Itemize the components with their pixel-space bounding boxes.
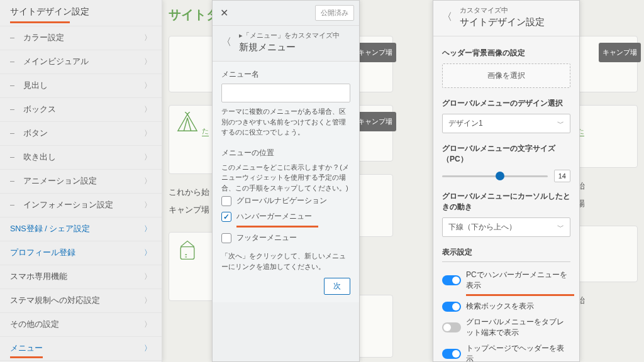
back-icon[interactable]: 〈 (440, 11, 455, 24)
checkbox-icon[interactable] (221, 212, 231, 222)
panel-title: サイトデザイン設定 (460, 16, 545, 28)
toggle-switch[interactable] (442, 275, 461, 285)
chevron-down-icon: ﹀ (557, 119, 564, 128)
customizer-site-design-panel: 〈 カスタマイズ中 サイトデザイン設定 ヘッダー背景画像の設定 画像を選択 グロ… (433, 0, 580, 362)
font-size-slider[interactable]: 14 (442, 170, 570, 182)
breadcrumb: カスタマイズ中 (460, 6, 545, 15)
panel-title: サイトデザイン設定 (0, 0, 162, 21)
field-label: ヘッダー背景画像の設定 (442, 48, 570, 58)
breadcrumb: ▸「メニュー」をカスタマイズ中 (239, 31, 340, 40)
toggle-label: グローバルメニューをタブレット端末で表示 (466, 317, 570, 338)
section-title: 表示設定 (442, 247, 570, 262)
sidebar-item-profile[interactable]: プロフィール登録〉 (0, 241, 162, 265)
sidebar-item-sns[interactable]: SNS登録 / シェア設定〉 (0, 217, 162, 241)
next-button[interactable]: 次 (324, 278, 350, 295)
toggle-switch[interactable] (442, 302, 461, 312)
sidebar-sub-item[interactable]: –インフォメーション設定〉 (0, 193, 162, 217)
sidebar-item-other[interactable]: その他の設定〉 (0, 312, 162, 336)
publish-status-button[interactable]: 公開済み (315, 5, 354, 21)
field-label: メニューの位置 (221, 148, 350, 158)
checkbox-global-nav[interactable]: グローバルナビゲーション (221, 193, 350, 209)
highlight-underline (10, 21, 70, 23)
help-text: テーマに複数のメニューがある場合、区別のつきやすい名前をつけておくと管理するのに… (221, 106, 350, 138)
toggle-row[interactable]: トップページでヘッダーを表示 (442, 341, 570, 362)
design-select[interactable]: デザイン1 ﹀ (442, 114, 570, 133)
toggle-label: 検索ボックスを表示 (466, 301, 534, 312)
toggle-label: トップページでヘッダーを表示 (466, 343, 570, 362)
back-icon[interactable]: 〈 (219, 36, 234, 49)
field-label: グローバルメニューのデザイン選択 (442, 98, 570, 109)
checkbox-icon[interactable] (221, 196, 231, 206)
select-image-button[interactable]: 画像を選択 (442, 63, 570, 88)
chevron-down-icon: ﹀ (557, 222, 564, 232)
highlight-underline (466, 294, 574, 296)
sidebar-sub-item[interactable]: –アニメーション設定〉 (0, 169, 162, 193)
sidebar-item-smartphone[interactable]: スマホ専用機能〉 (0, 265, 162, 288)
highlight-underline (236, 226, 318, 228)
highlight-underline (10, 356, 43, 358)
sidebar-sub-item[interactable]: –見出し〉 (0, 74, 162, 97)
field-label: グローバルメニューにカーソルしたときの動き (442, 191, 570, 212)
hover-select[interactable]: 下線（下から上へ） ﹀ (442, 217, 570, 237)
menu-name-input[interactable] (221, 84, 350, 102)
customizer-new-menu-panel: ✕ 公開済み 〈 ▸「メニュー」をカスタマイズ中 新規メニュー メニュー名 テー… (212, 0, 360, 362)
toggle-row[interactable]: グローバルメニューをタブレット端末で表示 (442, 314, 570, 341)
sidebar-sub-item[interactable]: –カラー設定〉 (0, 26, 162, 50)
field-label: メニュー名 (221, 69, 350, 80)
help-text: 「次へ」をクリックして、新しいメニューにリンクを追加してください。 (221, 251, 350, 272)
sidebar-sub-item[interactable]: –ボタン〉 (0, 121, 162, 145)
slider-value[interactable]: 14 (554, 170, 570, 182)
sidebar-sub-item[interactable]: –ボックス〉 (0, 97, 162, 121)
panel-title: 新規メニュー (239, 41, 340, 53)
checkbox-footer[interactable]: フッターメニュー (221, 230, 350, 246)
toggle-label: PCでハンバーガーメニューを表示 (466, 270, 570, 291)
svg-rect-0 (180, 247, 194, 260)
checkbox-hamburger[interactable]: ハンバーガーメニュー (221, 209, 350, 224)
toggle-row[interactable]: 検索ボックスを表示 (442, 299, 570, 314)
customizer-section-list: サイトデザイン設定 –カラー設定〉–メインビジュアル〉–見出し〉–ボックス〉–ボ… (0, 0, 162, 362)
sidebar-sub-item[interactable]: –吹き出し〉 (0, 145, 162, 169)
toggle-switch[interactable] (442, 322, 461, 332)
toggle-switch[interactable] (442, 349, 461, 359)
help-text: このメニューをどこに表示しますか ? (メニューウィジェットを使用する予定の場合… (221, 162, 350, 194)
checkbox-icon[interactable] (221, 233, 231, 243)
sidebar-item-sutema[interactable]: ステマ規制への対応設定〉 (0, 288, 162, 312)
close-icon[interactable]: ✕ (218, 4, 231, 21)
toggle-row[interactable]: PCでハンバーガーメニューを表示 (442, 267, 570, 293)
sidebar-sub-item[interactable]: –メインビジュアル〉 (0, 50, 162, 74)
sidebar-item-menu[interactable]: メニュー 〉 (0, 336, 162, 360)
field-label: グローバルメニューの文字サイズ（PC） (442, 143, 570, 165)
